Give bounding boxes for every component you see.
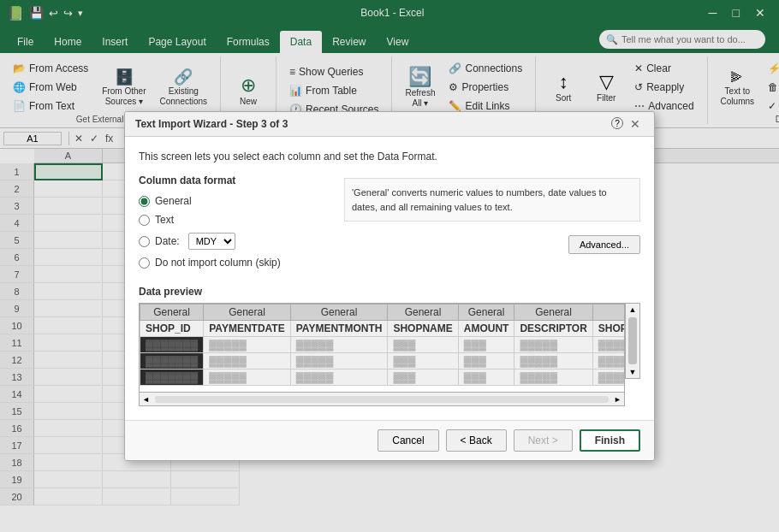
preview-data-cell: ▓▓▓ xyxy=(388,353,458,369)
text-import-wizard-dialog: Text Import Wizard - Step 3 of 3 ? ✕ Thi… xyxy=(124,111,655,461)
radio-date[interactable]: Date: MDY DMY YMD MYD DYM YDM xyxy=(139,233,327,250)
preview-data-cell: ▓▓▓ xyxy=(388,337,458,353)
preview-data-cell: ▓▓▓▓▓ xyxy=(290,353,388,369)
preview-data-cell: ▓▓▓▓▓ xyxy=(592,369,624,386)
dialog-footer: Cancel < Back Next > Finish xyxy=(125,420,654,460)
column-format-label: Column data format xyxy=(139,174,327,186)
preview-cell: SHOP_ID xyxy=(140,321,204,337)
preview-col-header-6[interactable]: General xyxy=(514,304,592,321)
radio-skip-label: Do not import column (skip) xyxy=(155,257,281,269)
radio-skip-input[interactable] xyxy=(139,257,150,269)
preview-col-header-5[interactable]: General xyxy=(458,304,514,321)
hscroll-right[interactable]: ► xyxy=(611,395,624,404)
general-description: 'General' converts numeric values to num… xyxy=(344,178,640,222)
preview-table: General General General General General … xyxy=(140,304,624,386)
preview-data-row-1: ▓▓▓▓▓▓▓ ▓▓▓▓▓ ▓▓▓▓▓ ▓▓▓ ▓▓▓ ▓▓▓▓▓ ▓▓▓▓▓ … xyxy=(140,337,625,353)
preview-scroll-x[interactable]: General General General General General … xyxy=(140,304,624,392)
preview-label: Data preview xyxy=(139,286,640,298)
radio-general-input[interactable] xyxy=(139,196,150,207)
preview-section: Data preview General General General xyxy=(139,286,640,406)
dialog-body: This screen lets you select each column … xyxy=(125,137,654,420)
preview-cell: DESCRIPTOR xyxy=(514,321,592,337)
back-button[interactable]: < Back xyxy=(446,429,507,452)
dialog-description: This screen lets you select each column … xyxy=(139,151,640,163)
radio-text[interactable]: Text xyxy=(139,214,327,226)
preview-data-cell: ▓▓▓▓▓▓▓ xyxy=(140,369,204,386)
radio-date-label: Date: xyxy=(155,235,180,247)
radio-general-label: General xyxy=(155,195,192,207)
preview-data-cell: ▓▓▓ xyxy=(458,353,514,369)
preview-data-cell: ▓▓▓▓▓ xyxy=(592,337,624,353)
preview-col-header-4[interactable]: General xyxy=(388,304,458,321)
dialog-overlay: Text Import Wizard - Step 3 of 3 ? ✕ Thi… xyxy=(0,0,779,505)
dialog-close-button[interactable]: ✕ xyxy=(627,117,644,131)
preview-data-cell: ▓▓▓▓▓ xyxy=(592,353,624,369)
preview-data-cell: ▓▓▓▓▓ xyxy=(514,337,592,353)
vscroll-up[interactable]: ▲ xyxy=(627,304,639,316)
dialog-title: Text Import Wizard - Step 3 of 3 xyxy=(135,118,288,130)
preview-data-cell: ▓▓▓▓▓▓▓ xyxy=(140,353,204,369)
preview-data-row-2: ▓▓▓▓▓▓▓ ▓▓▓▓▓ ▓▓▓▓▓ ▓▓▓ ▓▓▓ ▓▓▓▓▓ ▓▓▓▓▓ … xyxy=(140,353,625,369)
preview-data-cell: ▓▓▓ xyxy=(388,369,458,386)
preview-data-cell: ▓▓▓ xyxy=(458,369,514,386)
finish-button[interactable]: Finish xyxy=(580,429,640,452)
preview-vscroll[interactable]: ▲ ▼ xyxy=(625,303,640,379)
radio-text-input[interactable] xyxy=(139,215,150,226)
preview-data-row-3: ▓▓▓▓▓▓▓ ▓▓▓▓▓ ▓▓▓▓▓ ▓▓▓ ▓▓▓ ▓▓▓▓▓ ▓▓▓▓▓ … xyxy=(140,369,625,386)
preview-container: General General General General General … xyxy=(139,303,640,406)
preview-cell: PAYMENTDATE xyxy=(204,321,290,337)
hscroll-left[interactable]: ◄ xyxy=(140,395,152,404)
hscroll-track xyxy=(155,396,609,403)
advanced-button[interactable]: Advanced... xyxy=(568,235,640,254)
dialog-left-panel: Column data format General Text Date: xyxy=(139,174,327,272)
preview-data-cell: ▓▓▓▓▓ xyxy=(514,353,592,369)
cancel-button[interactable]: Cancel xyxy=(378,429,438,452)
preview-col-header-7[interactable]: General xyxy=(592,304,624,321)
dialog-right-panel: 'General' converts numeric values to num… xyxy=(344,174,640,272)
preview-table-wrap: General General General General General … xyxy=(139,303,625,393)
preview-data-cell: ▓▓▓▓▓ xyxy=(514,369,592,386)
vscroll-down[interactable]: ▼ xyxy=(627,366,639,378)
radio-general[interactable]: General xyxy=(139,195,327,207)
dialog-help-button[interactable]: ? xyxy=(611,117,623,129)
preview-header-row: SHOP_ID PAYMENTDATE PAYMENTMONTH SHOPNAM… xyxy=(140,321,625,337)
preview-data-cell: ▓▓▓▓▓ xyxy=(204,337,290,353)
preview-col-header-2[interactable]: General xyxy=(204,304,290,321)
preview-data-cell: ▓▓▓▓▓ xyxy=(204,353,290,369)
preview-col-header-3[interactable]: General xyxy=(290,304,388,321)
radio-group: General Text Date: MDY DMY xyxy=(139,195,327,269)
date-format-select[interactable]: MDY DMY YMD MYD DYM YDM xyxy=(188,233,235,250)
preview-data-cell: ▓▓▓▓▓ xyxy=(204,369,290,386)
preview-data-cell: ▓▓▓ xyxy=(458,337,514,353)
preview-cell: PAYMENTMONTH xyxy=(290,321,388,337)
dialog-header: Text Import Wizard - Step 3 of 3 ? ✕ xyxy=(125,112,654,137)
preview-hscroll[interactable]: ◄ ► xyxy=(139,393,625,406)
preview-data-cell: ▓▓▓▓▓▓▓ xyxy=(140,337,204,353)
dialog-header-buttons: ? ✕ xyxy=(611,117,644,131)
radio-skip[interactable]: Do not import column (skip) xyxy=(139,257,327,269)
radio-text-label: Text xyxy=(155,214,174,226)
preview-data-cell: ▓▓▓▓▓ xyxy=(290,369,388,386)
preview-cell: AMOUNT xyxy=(458,321,514,337)
preview-col-header-1[interactable]: General xyxy=(140,304,204,321)
next-button[interactable]: Next > xyxy=(514,429,573,452)
preview-cell: SHOPNAME xyxy=(388,321,458,337)
dialog-content: Column data format General Text Date: xyxy=(139,174,640,272)
radio-date-input[interactable] xyxy=(139,236,150,247)
preview-data-cell: ▓▓▓▓▓ xyxy=(290,337,388,353)
preview-cell: SHOPINVOICE_ID xyxy=(592,321,624,337)
vscroll-thumb[interactable] xyxy=(628,317,637,364)
